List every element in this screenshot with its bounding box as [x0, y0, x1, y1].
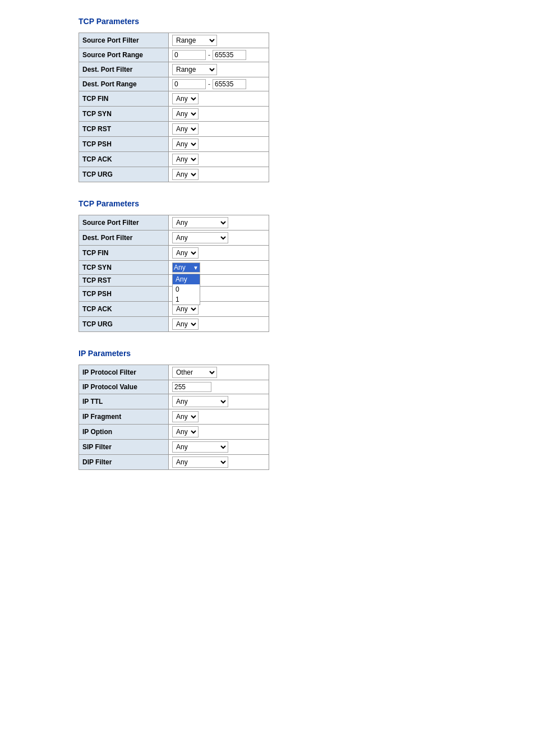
- tcp-ack-select[interactable]: Any01: [172, 154, 199, 165]
- value-tcp-psh[interactable]: Any01: [169, 137, 269, 152]
- label-src-port-filter2: Source Port Filter: [79, 215, 169, 231]
- value-tcp-ack[interactable]: Any01: [169, 152, 269, 167]
- table-row: TCP FIN Any01: [79, 246, 269, 261]
- value-tcp-syn2[interactable]: Any ▼ Any 0 1: [169, 261, 269, 275]
- value-dip-filter[interactable]: AnyRange: [169, 455, 269, 470]
- label-tcp-psh: TCP PSH: [79, 137, 169, 152]
- value-ip-ttl[interactable]: Any01: [169, 394, 269, 409]
- table-row: Source Port Filter Range: [79, 33, 269, 48]
- value-ip-protocol-filter[interactable]: Any Other TCP UDP ICMP: [169, 365, 269, 380]
- dest-port-filter2-select[interactable]: AnyRange: [172, 232, 228, 243]
- label-ip-option: IP Option: [79, 425, 169, 440]
- dest-port-to-input[interactable]: [213, 79, 246, 89]
- tcp-ack2-select[interactable]: Any01: [172, 303, 199, 315]
- label-ip-fragment: IP Fragment: [79, 409, 169, 425]
- label-tcp-ack2: TCP ACK: [79, 302, 169, 317]
- src-port-filter2-select[interactable]: AnyRange: [172, 217, 228, 228]
- value-dest-port-filter[interactable]: Range: [169, 62, 269, 77]
- ip-protocol-filter-select[interactable]: Any Other TCP UDP ICMP: [172, 367, 217, 378]
- label-tcp-rst2: TCP RST: [79, 275, 169, 287]
- value-ip-protocol-value[interactable]: [169, 380, 269, 394]
- tcp-syn2-display[interactable]: Any ▼: [172, 262, 200, 273]
- dropdown-option-0[interactable]: 0: [173, 284, 200, 294]
- dest-port-filter-select[interactable]: Range: [172, 64, 217, 75]
- source-port-filter-select[interactable]: Range: [172, 35, 217, 46]
- ip-option-select[interactable]: Any01: [172, 426, 199, 437]
- dropdown-option-any[interactable]: Any: [173, 274, 200, 284]
- section3-ip-parameters: IP Parameters IP Protocol Filter Any Oth…: [79, 349, 535, 470]
- label-tcp-rst: TCP RST: [79, 122, 169, 137]
- label-dest-port-filter2: Dest. Port Filter: [79, 231, 169, 246]
- label-tcp-fin2: TCP FIN: [79, 246, 169, 261]
- label-source-port-range: Source Port Range: [79, 48, 169, 62]
- table-row: IP Fragment Any01: [79, 409, 269, 425]
- tcp-psh-select[interactable]: Any01: [172, 139, 199, 150]
- dip-filter-select[interactable]: AnyRange: [172, 457, 228, 468]
- tcp-syn2-display-text: Any: [174, 264, 186, 271]
- section2-tcp-parameters: TCP Parameters Source Port Filter AnyRan…: [79, 199, 535, 332]
- tcp-fin2-select[interactable]: Any01: [172, 247, 199, 259]
- table-row: TCP SYN Any01: [79, 107, 269, 122]
- label-dest-port-range: Dest. Port Range: [79, 77, 169, 91]
- source-port-from-input[interactable]: [172, 50, 206, 60]
- value-dest-port-filter2[interactable]: AnyRange: [169, 231, 269, 246]
- table-row: Source Port Range -: [79, 48, 269, 62]
- table-row: IP TTL Any01: [79, 394, 269, 409]
- ip-ttl-select[interactable]: Any01: [172, 396, 228, 407]
- sip-filter-select[interactable]: AnyRange: [172, 441, 228, 453]
- dest-port-from-input[interactable]: [172, 79, 206, 89]
- source-port-to-input[interactable]: [213, 50, 246, 60]
- tcp-syn-select[interactable]: Any01: [172, 108, 199, 119]
- label-tcp-syn2: TCP SYN: [79, 261, 169, 275]
- label-ip-protocol-filter: IP Protocol Filter: [79, 365, 169, 380]
- table-row: Dest. Port Filter AnyRange: [79, 231, 269, 246]
- table-row: Dest. Port Filter Range: [79, 62, 269, 77]
- value-source-port-range[interactable]: -: [169, 48, 269, 62]
- label-ip-protocol-value: IP Protocol Value: [79, 380, 169, 394]
- table-row: DIP Filter AnyRange: [79, 455, 269, 470]
- table-row: TCP SYN Any ▼ Any 0 1: [79, 261, 269, 275]
- value-tcp-fin[interactable]: Any01: [169, 91, 269, 107]
- value-tcp-rst[interactable]: Any01: [169, 122, 269, 137]
- value-tcp-urg[interactable]: Any01: [169, 167, 269, 182]
- range-separator: -: [208, 80, 210, 88]
- value-sip-filter[interactable]: AnyRange: [169, 440, 269, 455]
- table-row: TCP PSH Any01: [79, 137, 269, 152]
- label-source-port-filter: Source Port Filter: [79, 33, 169, 48]
- value-ip-fragment[interactable]: Any01: [169, 409, 269, 425]
- tcp-syn2-dropdown-wrapper[interactable]: Any ▼ Any 0 1: [172, 262, 200, 273]
- dropdown-option-1[interactable]: 1: [173, 294, 200, 305]
- tcp-urg-select[interactable]: Any01: [172, 169, 199, 180]
- label-tcp-urg2: TCP URG: [79, 317, 169, 332]
- table-row: IP Protocol Filter Any Other TCP UDP ICM…: [79, 365, 269, 380]
- value-tcp-urg2[interactable]: Any01: [169, 317, 269, 332]
- range-row: -: [172, 50, 265, 60]
- section2-title: TCP Parameters: [79, 199, 535, 208]
- label-sip-filter: SIP Filter: [79, 440, 169, 455]
- section3-table: IP Protocol Filter Any Other TCP UDP ICM…: [79, 365, 269, 470]
- table-row: TCP URG Any01: [79, 317, 269, 332]
- table-row: SIP Filter AnyRange: [79, 440, 269, 455]
- value-tcp-fin2[interactable]: Any01: [169, 246, 269, 261]
- value-dest-port-range[interactable]: -: [169, 77, 269, 91]
- tcp-urg2-select[interactable]: Any01: [172, 319, 199, 330]
- tcp-syn2-dropdown-list[interactable]: Any 0 1: [172, 274, 200, 305]
- label-tcp-psh2: TCP PSH: [79, 287, 169, 302]
- label-tcp-ack: TCP ACK: [79, 152, 169, 167]
- section1-title: TCP Parameters: [79, 17, 535, 26]
- value-tcp-syn[interactable]: Any01: [169, 107, 269, 122]
- table-row: Dest. Port Range -: [79, 77, 269, 91]
- ip-protocol-value-input[interactable]: [172, 382, 211, 392]
- label-tcp-fin: TCP FIN: [79, 91, 169, 107]
- tcp-fin-select[interactable]: Any01: [172, 93, 199, 104]
- tcp-rst-select[interactable]: Any01: [172, 123, 199, 135]
- ip-fragment-select[interactable]: Any01: [172, 411, 199, 422]
- table-row: TCP ACK Any01: [79, 152, 269, 167]
- chevron-down-icon: ▼: [193, 265, 199, 271]
- table-row: IP Option Any01: [79, 425, 269, 440]
- label-dip-filter: DIP Filter: [79, 455, 169, 470]
- value-source-port-filter[interactable]: Range: [169, 33, 269, 48]
- value-src-port-filter2[interactable]: AnyRange: [169, 215, 269, 231]
- section2-table: Source Port Filter AnyRange Dest. Port F…: [79, 215, 269, 332]
- value-ip-option[interactable]: Any01: [169, 425, 269, 440]
